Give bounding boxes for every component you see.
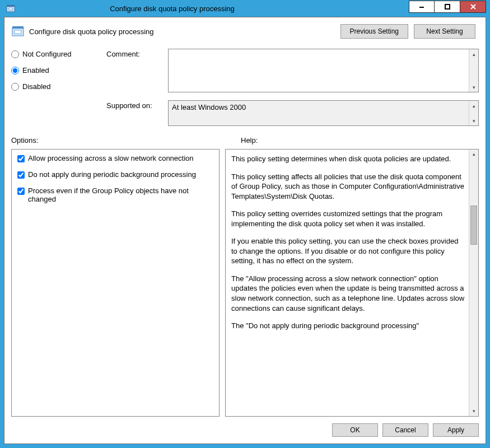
radio-disabled[interactable]: Disabled (11, 82, 106, 91)
scroll-down-icon[interactable]: ▾ (469, 82, 478, 92)
option-label: Process even if the Group Policy objects… (28, 186, 213, 203)
options-label: Options: (11, 136, 241, 144)
scroll-down-icon[interactable]: ▾ (469, 116, 478, 125)
svg-rect-6 (12, 26, 24, 29)
help-scrollbar[interactable]: ▴ ▾ (469, 150, 478, 416)
scroll-down-icon[interactable]: ▾ (469, 407, 478, 416)
supported-scrollbar[interactable]: ▴ ▾ (469, 101, 478, 125)
header-row: Configure disk quota policy processing P… (11, 24, 479, 39)
radio-enabled-input[interactable] (11, 67, 19, 74)
comment-label: Comment: (106, 49, 168, 58)
scroll-thumb[interactable] (470, 206, 477, 245)
radio-not-configured-label: Not Configured (22, 50, 71, 58)
radio-enabled-label: Enabled (22, 66, 49, 74)
scroll-up-icon[interactable]: ▴ (469, 101, 478, 110)
option-row: Do not apply during periodic background … (17, 170, 213, 179)
policy-icon (11, 25, 25, 38)
help-panel: This policy setting determines when disk… (225, 149, 479, 417)
option-checkbox-no-background[interactable] (17, 171, 25, 179)
client-area: Configure disk quota policy processing P… (4, 17, 486, 444)
radio-enabled[interactable]: Enabled (11, 66, 106, 74)
cancel-button[interactable]: Cancel (382, 423, 428, 437)
option-checkbox-slow-network[interactable] (17, 155, 25, 162)
option-row: Allow processing across a slow network c… (17, 154, 213, 162)
supported-on-field: At least Windows 2000 ▴ ▾ (168, 100, 479, 126)
page-title: Configure disk quota policy processing (29, 27, 340, 36)
scroll-up-icon[interactable]: ▴ (469, 49, 478, 59)
scroll-up-icon[interactable]: ▴ (469, 150, 478, 159)
option-checkbox-process-unchanged[interactable] (17, 188, 25, 195)
state-radio-group: Not Configured Enabled Disabled (11, 49, 106, 126)
radio-not-configured-input[interactable] (11, 50, 19, 58)
radio-not-configured[interactable]: Not Configured (11, 50, 106, 58)
help-text: The "Do not apply during periodic backgr… (231, 321, 466, 331)
app-icon (6, 4, 15, 13)
help-text: If you enable this policy setting, you c… (231, 236, 466, 266)
comment-field[interactable]: ▴ ▾ (168, 49, 479, 92)
window-title: Configure disk quota policy processing (20, 4, 325, 13)
supported-on-value: At least Windows 2000 (172, 103, 246, 111)
apply-button[interactable]: Apply (433, 423, 479, 437)
help-text: This policy setting determines when disk… (231, 154, 466, 164)
help-text: The "Allow processing across a slow netw… (231, 274, 466, 313)
supported-on-label: Supported on: (106, 100, 168, 110)
svg-rect-2 (9, 8, 12, 10)
option-row: Process even if the Group Policy objects… (17, 186, 213, 203)
section-labels: Options: Help: (11, 136, 479, 144)
close-button[interactable] (460, 1, 486, 13)
radio-disabled-input[interactable] (11, 83, 19, 91)
window-frame: Configure disk quota policy processing (0, 0, 490, 448)
comment-scrollbar[interactable]: ▴ ▾ (469, 49, 478, 92)
window-controls (409, 1, 486, 13)
titlebar[interactable]: Configure disk quota policy processing (4, 0, 486, 17)
help-text: This policy setting affects all policies… (231, 172, 466, 202)
maximize-button[interactable] (435, 1, 460, 13)
options-panel: Allow processing across a slow network c… (11, 149, 220, 417)
minimize-button[interactable] (409, 1, 435, 13)
help-text: This policy setting overrides customized… (231, 209, 466, 228)
help-label: Help: (241, 136, 258, 144)
config-area: Not Configured Enabled Disabled Comment: (11, 49, 479, 126)
svg-rect-4 (445, 4, 450, 9)
ok-button[interactable]: OK (332, 423, 378, 437)
svg-rect-7 (15, 30, 21, 34)
svg-rect-3 (419, 7, 424, 8)
svg-rect-1 (7, 5, 15, 7)
panels: Allow processing across a slow network c… (11, 149, 479, 417)
next-setting-button[interactable]: Next Setting (414, 24, 475, 39)
footer-buttons: OK Cancel Apply (11, 417, 479, 437)
option-label: Allow processing across a slow network c… (28, 154, 194, 162)
previous-setting-button[interactable]: Previous Setting (340, 24, 408, 39)
radio-disabled-label: Disabled (22, 82, 51, 91)
option-label: Do not apply during periodic background … (28, 170, 196, 179)
